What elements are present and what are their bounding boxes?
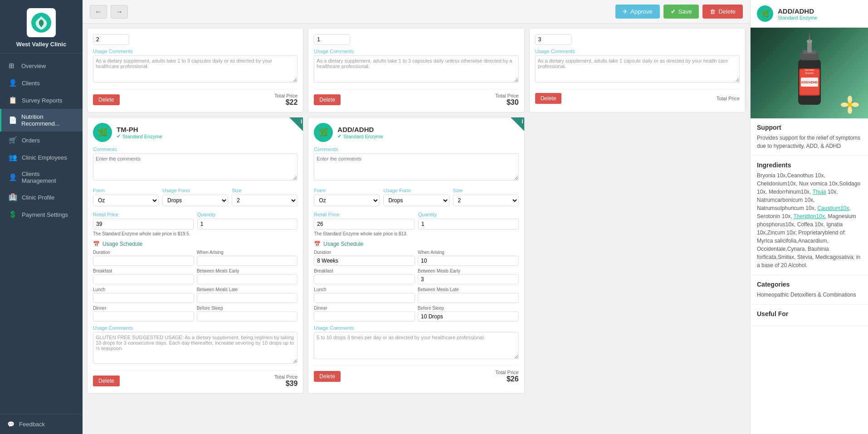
add-adhd-duration-input[interactable] xyxy=(314,256,415,266)
check-icon-add-adhd: ✔ xyxy=(337,133,341,139)
top-card-2-usage-textarea[interactable] xyxy=(314,55,518,83)
info-icon-add-adhd: i xyxy=(522,118,523,125)
card-add-adhd-form-select[interactable]: Oz xyxy=(314,195,380,206)
card-add-adhd-schedule-header: 📅 Usage Schedule xyxy=(314,241,518,247)
delete-main-icon: 🗑 xyxy=(710,8,716,15)
card-tm-ph-comments[interactable] xyxy=(93,153,297,180)
sidebar-item-payment-settings[interactable]: 💲 Payment Settings xyxy=(0,206,83,223)
sidebar-logo: West Valley Clinic xyxy=(0,0,83,54)
card-add-adhd-usage-form-select[interactable]: Drops xyxy=(383,195,449,206)
save-button[interactable]: ✔ Save xyxy=(663,5,699,19)
top-card-2-total-value: $30 xyxy=(495,98,518,107)
top-card-1-qty[interactable] xyxy=(93,34,129,45)
tm-ph-duration-input[interactable] xyxy=(93,256,194,266)
card-add-adhd-qty-input[interactable] xyxy=(418,219,519,229)
card-tm-ph-uc-textarea[interactable] xyxy=(93,332,297,364)
feedback-icon: 💬 xyxy=(7,421,15,428)
theridion-link[interactable]: Theridion10x xyxy=(794,213,825,219)
top-card-3-delete[interactable]: Delete xyxy=(535,93,562,104)
card-add-adhd-total-label: Total Price xyxy=(495,370,518,375)
approve-button[interactable]: ✈ Approve xyxy=(615,5,659,19)
svg-point-15 xyxy=(848,96,852,103)
card-add-adhd-delete[interactable]: Delete xyxy=(314,371,341,382)
card-tm-ph-schedule-grid: Duration When Arising Breakfast Between … xyxy=(93,250,297,322)
thuja-link[interactable]: Thuja xyxy=(813,189,826,195)
tm-ph-breakfast-label: Breakfast xyxy=(93,268,194,273)
useful-for-title: Useful For xyxy=(757,310,862,317)
top-card-3-footer: Delete Total Price xyxy=(535,89,740,104)
card-tm-ph-qty-input[interactable] xyxy=(197,219,298,229)
card-add-adhd-icon: 🌿 xyxy=(314,123,333,142)
card-tm-ph-footer: Delete Total Price $39 xyxy=(93,370,297,388)
add-adhd-breakfast-input[interactable] xyxy=(314,274,415,284)
tm-ph-dinner-input[interactable] xyxy=(93,312,194,322)
card-add-adhd-wholesale: The Standard Enzyme whole sale price is … xyxy=(314,231,518,236)
feedback-item[interactable]: 💬 Feedback xyxy=(0,414,83,434)
sidebar-item-orders[interactable]: 🛒 Orders xyxy=(0,132,83,149)
top-card-3-total-label: Total Price xyxy=(717,96,740,101)
tm-ph-bme-input[interactable] xyxy=(197,274,298,284)
tm-ph-bs-input[interactable] xyxy=(197,312,298,322)
sidebar-item-nutrition[interactable]: 📄 Nutrition Recommend... xyxy=(0,109,83,132)
delete-main-button[interactable]: 🗑 Delete xyxy=(702,5,743,19)
employees-icon: 👥 xyxy=(9,153,17,161)
sidebar-item-survey-reports[interactable]: 📋 Survey Reports xyxy=(0,92,83,109)
add-adhd-lunch-input[interactable] xyxy=(314,293,415,303)
card-add-adhd-total: Total Price $26 xyxy=(495,370,518,383)
card-tm-ph-retail-input[interactable] xyxy=(93,219,194,229)
sidebar-item-clients[interactable]: 👤 Clients xyxy=(0,74,83,92)
add-adhd-duration-label: Duration xyxy=(314,250,415,255)
card-add-adhd-retail-input[interactable] xyxy=(314,219,414,229)
payment-icon: 💲 xyxy=(9,210,17,219)
top-card-2-delete[interactable]: Delete xyxy=(314,94,341,105)
card-tm-ph-total-value: $39 xyxy=(274,380,297,388)
back-button[interactable]: ← xyxy=(90,5,107,19)
tm-ph-bml-input[interactable] xyxy=(197,293,298,303)
add-adhd-bme-input[interactable] xyxy=(418,274,519,284)
sidebar-item-nutrition-label: Nutrition Recommend... xyxy=(21,113,75,127)
card-add-adhd-uc-textarea[interactable] xyxy=(314,332,518,359)
add-adhd-dinner-input[interactable] xyxy=(314,312,415,322)
caustium-link[interactable]: Caustium10x xyxy=(817,205,849,211)
overview-icon: ⊞ xyxy=(9,62,17,70)
card-tm-ph-qty-label: Quantity xyxy=(197,212,298,217)
sidebar-item-clients-management[interactable]: 👤 Clients Management xyxy=(0,166,83,189)
right-panel-support-section: Support Provides support for the relief … xyxy=(751,118,868,156)
add-adhd-bml-input[interactable] xyxy=(418,293,519,303)
add-adhd-bs-input[interactable] xyxy=(418,312,519,322)
card-tm-ph-uc-label: Usage Comments xyxy=(93,325,297,331)
top-card-1-usage-textarea[interactable] xyxy=(93,55,297,83)
tm-ph-when-arising-input[interactable] xyxy=(197,256,298,266)
card-tm-ph-form-select[interactable]: Oz xyxy=(93,195,159,206)
sidebar-item-overview[interactable]: ⊞ Overview xyxy=(0,57,83,74)
forward-button[interactable]: → xyxy=(111,5,128,19)
nutrition-icon: 📄 xyxy=(9,116,17,124)
top-card-1-total-label: Total Price xyxy=(274,93,297,98)
sidebar-item-clinic-profile[interactable]: 🏥 Clinic Profile xyxy=(0,189,83,206)
top-card-2-usage-label: Usage Comments xyxy=(314,49,518,54)
card-tm-ph-usage-form-select[interactable]: Drops xyxy=(162,195,228,206)
sidebar-item-clinic-employees[interactable]: 👥 Clinic Employees xyxy=(0,149,83,166)
card-add-adhd-header: 🌿 ADD/ADHD ✔ Standard Enzyme xyxy=(314,123,518,142)
card-tm-ph-wholesale: The Standard Enzyme whole sale price is … xyxy=(93,231,297,236)
sidebar-item-orders-label: Orders xyxy=(22,137,40,144)
svg-text:Enzyme: Enzyme xyxy=(805,72,813,74)
card-tm-ph-qty-col: Quantity xyxy=(197,209,298,229)
top-card-3-qty[interactable] xyxy=(535,34,571,45)
tm-ph-duration-label: Duration xyxy=(93,250,194,255)
card-add-adhd-size-col: Size 2 xyxy=(453,185,519,206)
top-card-1-delete[interactable]: Delete xyxy=(93,94,120,105)
card-add-adhd-size-select[interactable]: 2 xyxy=(453,195,519,206)
top-card-2-qty[interactable] xyxy=(314,34,350,45)
top-card-3-usage-textarea[interactable] xyxy=(535,55,740,83)
flower-svg xyxy=(841,96,859,114)
top-card-2: Usage Comments Delete Total Price $30 xyxy=(308,28,524,112)
tm-ph-breakfast-input[interactable] xyxy=(93,274,194,284)
tm-ph-lunch-input[interactable] xyxy=(93,293,194,303)
add-adhd-when-arising-input[interactable] xyxy=(418,256,519,266)
empty-col xyxy=(529,117,746,394)
card-tm-ph-delete[interactable]: Delete xyxy=(93,375,120,386)
card-add-adhd-comments[interactable] xyxy=(314,153,518,180)
svg-text:ADD/ADHD: ADD/ADHD xyxy=(801,81,818,84)
card-tm-ph-size-select[interactable]: 2 xyxy=(232,195,297,206)
